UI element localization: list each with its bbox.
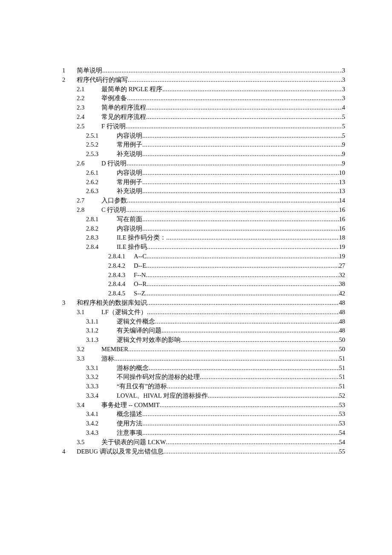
toc-page-number: 48 [339, 327, 346, 334]
toc-page-number: 55 [339, 448, 346, 455]
toc-page-number: 16 [339, 207, 346, 213]
toc-leader-dots [142, 170, 339, 176]
toc-entry: 3.3.4LOVAL、HIVAL 对应的游标操作52 [62, 393, 345, 399]
toc-title: 常用例子 [117, 179, 142, 185]
toc-page-number: 3 [342, 86, 345, 92]
toc-entry: 2.8.4ILE 操作码 19 [62, 244, 345, 250]
toc-title: MEMBER [101, 346, 128, 353]
toc-leader-dots [146, 263, 339, 269]
toc-entry: 2.8.1写在前面16 [62, 216, 345, 223]
toc-title: 游标的概念 [117, 365, 149, 371]
toc-entry: 3.4.1概念描述53 [62, 411, 345, 417]
toc-leader-dots [200, 374, 339, 380]
toc-leader-dots [181, 337, 339, 343]
toc-title: 内容说明 [117, 133, 142, 139]
toc-entry: 2.8.4.5S--Z 42 [62, 290, 345, 297]
toc-leader-dots [142, 430, 339, 436]
toc-page-number: 4 [342, 104, 345, 111]
toc-title: 常见的程序流程 [101, 114, 146, 120]
toc-page-number: 3 [342, 77, 345, 83]
toc-page-number: 3 [342, 95, 345, 101]
toc-number: 2.5.2 [86, 142, 117, 148]
toc-title: A--C [134, 253, 147, 260]
toc-entry: 2.6.3补充说明13 [62, 188, 345, 194]
toc-title: LOVAL、HIVAL 对应的游标操作 [117, 393, 208, 399]
toc-leader-dots [166, 439, 339, 445]
toc-page-number: 9 [342, 142, 345, 148]
toc-page-number: 52 [339, 393, 346, 399]
toc-page-number: 53 [339, 411, 346, 417]
toc-title: 简单说明 [77, 67, 102, 74]
toc-entry: 2.8.4.1A--C 19 [62, 253, 345, 260]
toc-number: 3.1.1 [86, 318, 117, 325]
toc-page-number: 27 [339, 263, 346, 269]
toc-number: 3.2 [77, 346, 101, 353]
toc-entry: 3.4事务处理 -- COMMIT 53 [62, 402, 345, 408]
toc-entry: 2.8.2内容说明16 [62, 225, 345, 232]
toc-number: 2.8.1 [86, 216, 117, 223]
toc-number: 2.5 [77, 123, 101, 130]
toc-number: 3.3.4 [86, 393, 117, 399]
toc-entry: 3.1.3逻辑文件对效率的影响50 [62, 337, 345, 343]
toc-number: 2.8 [77, 207, 101, 213]
toc-leader-dots [142, 411, 339, 417]
toc-page-number: 38 [339, 281, 346, 287]
toc-page-number: 16 [339, 225, 346, 232]
toc-leader-dots [142, 142, 342, 148]
toc-number: 2.6 [77, 160, 101, 167]
toc-page-number: 42 [339, 290, 346, 297]
toc-leader-dots [126, 207, 339, 213]
toc-entry: 2.7入口参数14 [62, 197, 345, 204]
toc-title: 不同操作码对应的游标的处理 [117, 374, 200, 380]
toc-leader-dots [164, 448, 339, 455]
toc-number: 1 [62, 67, 77, 74]
toc-number: 2.4 [77, 114, 101, 120]
toc-page-number: 51 [339, 374, 346, 380]
toc-leader-dots [147, 253, 339, 260]
toc-title: 游标 [101, 356, 114, 362]
toc-page-number: 50 [339, 337, 346, 343]
toc-number: 3.3 [77, 356, 101, 362]
toc-number: 2.5.1 [86, 133, 117, 139]
table-of-contents: 1简单说明32程序代码行的编写32.1最简单的 RPGLE 程序32.2举例准备… [62, 67, 345, 454]
toc-leader-dots [149, 365, 339, 371]
toc-entry: 2.8C 行说明16 [62, 207, 345, 213]
toc-leader-dots [128, 346, 339, 353]
toc-number: 3.1 [77, 309, 101, 315]
toc-leader-dots [166, 234, 339, 241]
toc-number: 2.8.4.3 [108, 272, 134, 278]
toc-title: ILE 操作码 [117, 244, 147, 250]
toc-page-number: 5 [342, 133, 345, 139]
toc-leader-dots [127, 95, 342, 101]
toc-entry: 3.3.3“有且仅有”的游标51 [62, 383, 345, 390]
toc-number: 3.5 [77, 439, 101, 445]
toc-leader-dots [147, 300, 339, 306]
toc-number: 3.4.2 [86, 420, 117, 427]
toc-number: 3 [62, 300, 77, 306]
toc-title: 写在前面 [117, 216, 142, 223]
toc-page-number: 19 [339, 244, 346, 250]
toc-number: 2.8.4.4 [108, 281, 134, 287]
toc-title: 事务处理 -- COMMIT [101, 402, 160, 408]
toc-page-number: 51 [339, 383, 346, 390]
toc-page-number: 48 [339, 318, 346, 325]
toc-entry: 3.4.2使用方法53 [62, 420, 345, 427]
toc-title: “有且仅有”的游标 [117, 383, 167, 390]
toc-leader-dots [146, 272, 339, 278]
toc-leader-dots [142, 133, 342, 139]
toc-entry: 2.4常见的程序流程5 [62, 114, 345, 120]
toc-entry: 3.4.3注意事项54 [62, 430, 345, 436]
toc-leader-dots [146, 114, 342, 120]
toc-entry: 2.5.1内容说明5 [62, 133, 345, 139]
toc-leader-dots [142, 420, 339, 427]
toc-entry: 3.1.1逻辑文件概念48 [62, 318, 345, 325]
toc-entry: 2.6.2常用例子13 [62, 179, 345, 185]
toc-leader-dots [142, 216, 339, 223]
toc-title: 最简单的 RPGLE 程序 [101, 86, 162, 92]
toc-title: 内容说明 [117, 225, 142, 232]
toc-number: 2.7 [77, 197, 101, 204]
toc-page-number: 18 [339, 234, 346, 241]
toc-number: 2.2 [77, 95, 101, 101]
toc-page-number: 54 [339, 430, 346, 436]
toc-title: 举例准备 [101, 95, 127, 101]
